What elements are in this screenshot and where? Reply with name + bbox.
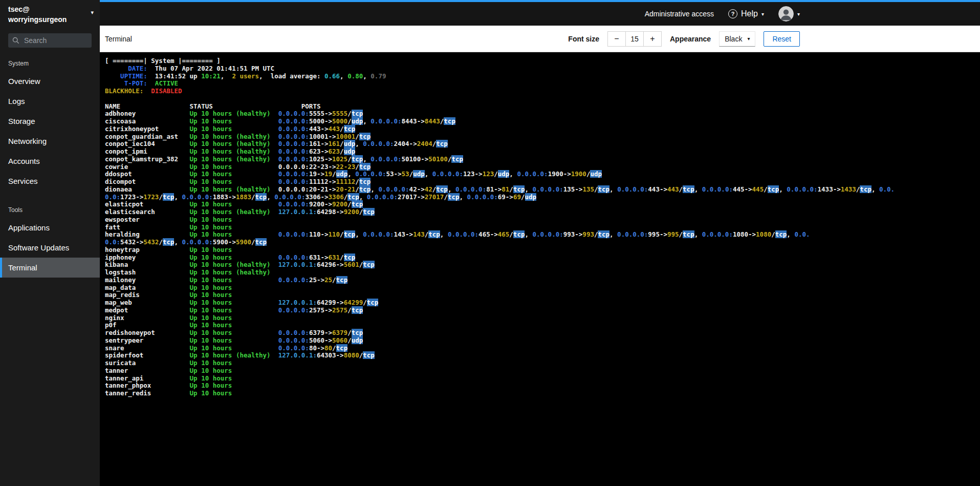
terminal-line: UPTIME: 13:41:52 up 10:21, 2 users, load… [105, 73, 980, 80]
nav-section-title: Tools [0, 203, 100, 218]
terminal-line: conpot_iec104 Up 10 hours (healthy) 0.0.… [105, 140, 980, 148]
host-user: tsec@ [8, 4, 85, 14]
chevron-down-icon: ▾ [91, 9, 94, 16]
terminal-line: map_web Up 10 hours 127.0.0.1:64299->642… [105, 299, 980, 307]
terminal-line: p0f Up 10 hours [105, 322, 980, 329]
session-menu[interactable]: ▾ [778, 6, 800, 22]
terminal-line: ewsposter Up 10 hours [105, 216, 980, 224]
search-icon [12, 37, 19, 44]
terminal-line: dicompot Up 10 hours 0.0.0.0:11112->1111… [105, 178, 980, 186]
sidebar-nav: System Overview Logs Storage Networking … [0, 57, 100, 278]
terminal-line: suricata Up 10 hours [105, 360, 980, 367]
terminal-line: tanner_redis Up 10 hours [105, 390, 980, 397]
sidebar-item-terminal[interactable]: Terminal [0, 258, 100, 278]
sidebar-item-logs[interactable]: Logs [0, 91, 100, 111]
terminal-line: ciscoasa Up 10 hours 0.0.0.0:5000->5000/… [105, 118, 980, 125]
terminal-line: citrixhoneypot Up 10 hours 0.0.0.0:443->… [105, 125, 980, 133]
terminal-line: fatt Up 10 hours [105, 224, 980, 231]
main-pane: Administrative access ? Help ▾ ▾ Termina… [100, 0, 980, 486]
sidebar-item-networking[interactable]: Networking [0, 131, 100, 151]
terminal-line: elasticpot Up 10 hours 0.0.0.0:9200->920… [105, 201, 980, 208]
terminal-line: kibana Up 10 hours (healthy) 127.0.0.1:6… [105, 261, 980, 269]
host-name: worryingsurgeon [8, 14, 85, 25]
terminal-toolbar: Terminal Font size − 15 + Appearance Bla… [100, 26, 980, 52]
terminal-line: conpot_ipmi Up 10 hours (healthy) 0.0.0.… [105, 148, 980, 156]
terminal-line: map_data Up 10 hours [105, 284, 980, 292]
help-label: Help [741, 9, 758, 18]
terminal-line: elasticsearch Up 10 hours (healthy) 127.… [105, 208, 980, 216]
masthead: Administrative access ? Help ▾ ▾ [100, 0, 980, 26]
user-avatar-icon [778, 6, 794, 22]
terminal-output[interactable]: [ ========| System |======== ] DATE: Thu… [100, 52, 980, 486]
terminal-line: redishoneypot Up 10 hours 0.0.0.0:6379->… [105, 329, 980, 337]
toolbar-controls: Font size − 15 + Appearance Black ▾ Rese… [568, 31, 800, 47]
terminal-line: tanner Up 10 hours [105, 367, 980, 375]
nav-section-title: System [0, 57, 100, 71]
sidebar: tsec@ worryingsurgeon ▾ System Overview … [0, 0, 100, 486]
terminal-line: sentrypeer Up 10 hours 0.0.0.0:5060->506… [105, 337, 980, 345]
terminal-line: tanner_phpox Up 10 hours [105, 382, 980, 390]
help-menu[interactable]: ? Help ▾ [728, 9, 764, 18]
terminal-line: honeytrap Up 10 hours [105, 246, 980, 254]
font-increase-button[interactable]: + [643, 31, 662, 47]
admin-access-button[interactable]: Administrative access [645, 10, 714, 18]
appearance-label: Appearance [670, 35, 711, 43]
terminal-line: cowrie Up 10 hours 0.0.0.0:22-23->22-23/… [105, 163, 980, 171]
chevron-down-icon: ▾ [797, 11, 800, 17]
terminal-line: BLACKHOLE: DISABLED [105, 88, 980, 95]
theme-value: Black [725, 35, 742, 43]
sidebar-item-accounts[interactable]: Accounts [0, 151, 100, 171]
terminal-line: conpot_guardian_ast Up 10 hours (healthy… [105, 133, 980, 141]
search-box [8, 33, 92, 48]
terminal-line: dionaea Up 10 hours (healthy) 0.0.0.0:20… [105, 186, 980, 194]
terminal-line: logstash Up 10 hours (healthy) [105, 269, 980, 277]
theme-select[interactable]: Black ▾ [719, 31, 755, 47]
font-decrease-button[interactable]: − [607, 31, 626, 47]
terminal-line: medpot Up 10 hours 0.0.0.0:2575->2575/tc… [105, 307, 980, 314]
sidebar-item-applications[interactable]: Applications [0, 218, 100, 238]
terminal-line: 0.0:5432->5432/tcp, 0.0.0.0:5900->5900/t… [105, 239, 980, 246]
terminal-line: 0.0:1723->1723/tcp, 0.0.0.0:1883->1883/t… [105, 194, 980, 201]
terminal-line: nginx Up 10 hours [105, 314, 980, 322]
terminal-line [105, 95, 980, 103]
terminal-line: adbhoney Up 10 hours (healthy) 0.0.0.0:5… [105, 110, 980, 118]
terminal-line: tanner_api Up 10 hours [105, 375, 980, 383]
terminal-line: heralding Up 10 hours 0.0.0.0:110->110/t… [105, 231, 980, 239]
terminal-line: NAME STATUS PORTS [105, 103, 980, 111]
nav-section-tools: Tools Applications Software Updates Term… [0, 203, 100, 278]
font-size-label: Font size [568, 35, 599, 43]
sidebar-item-storage[interactable]: Storage [0, 111, 100, 131]
help-icon: ? [728, 9, 737, 18]
terminal-line: [ ========| System |======== ] [105, 57, 980, 65]
terminal-line: DATE: Thu 07 Apr 2022 01:41:51 PM UTC [105, 65, 980, 73]
font-size-value: 15 [626, 31, 643, 47]
terminal-line: conpot_kamstrup_382 Up 10 hours (healthy… [105, 156, 980, 163]
terminal-line: spiderfoot Up 10 hours (healthy) 127.0.0… [105, 352, 980, 360]
terminal-line: mailoney Up 10 hours 0.0.0.0:25->25/tcp [105, 277, 980, 284]
terminal-line: ipphoney Up 10 hours 0.0.0.0:631->631/tc… [105, 254, 980, 262]
host-switcher[interactable]: tsec@ worryingsurgeon ▾ [0, 0, 100, 28]
sidebar-item-overview[interactable]: Overview [0, 71, 100, 91]
reset-button[interactable]: Reset [764, 31, 800, 47]
chevron-down-icon: ▾ [747, 36, 750, 41]
terminal-line: T-POT: ACTIVE [105, 80, 980, 88]
chevron-down-icon: ▾ [761, 11, 764, 17]
terminal-line: ddospot Up 10 hours 0.0.0.0:19->19/udp, … [105, 171, 980, 178]
page-title: Terminal [105, 35, 132, 43]
sidebar-item-software-updates[interactable]: Software Updates [0, 238, 100, 258]
sidebar-item-services[interactable]: Services [0, 171, 100, 191]
terminal-line: map_redis Up 10 hours [105, 291, 980, 299]
font-size-stepper: − 15 + [607, 31, 662, 47]
search-input[interactable] [23, 36, 88, 45]
nav-section-system: System Overview Logs Storage Networking … [0, 57, 100, 191]
terminal-line: snare Up 10 hours 0.0.0.0:80->80/tcp [105, 345, 980, 352]
